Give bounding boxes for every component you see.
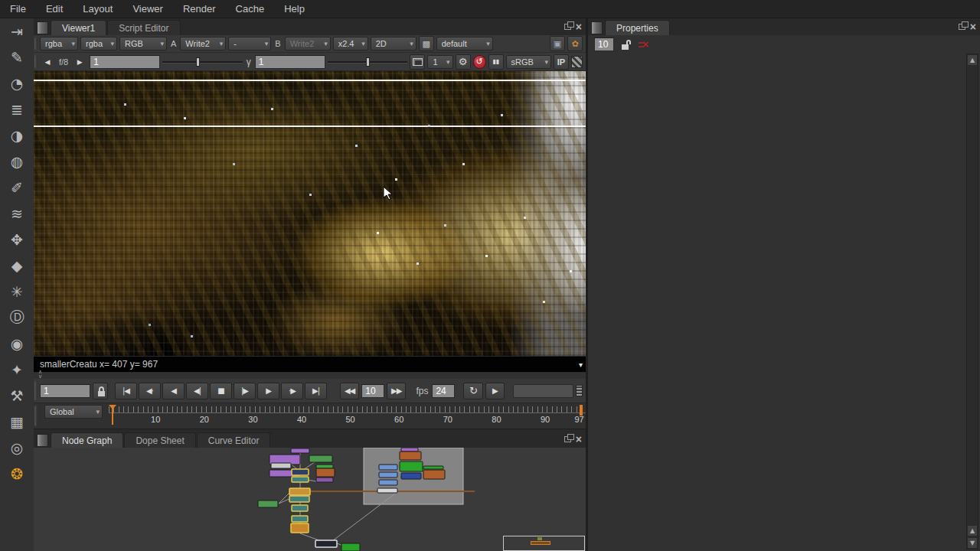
stop-button[interactable]: ■: [210, 383, 232, 399]
tab-viewer-viewer1[interactable]: Viewer1: [51, 20, 106, 35]
play-forward-button[interactable]: ▶: [257, 383, 279, 399]
toolbar-time-icon[interactable]: ◔: [0, 70, 34, 96]
node[interactable]: [423, 466, 443, 469]
range-end-handle[interactable]: [580, 405, 583, 416]
prev-keyframe-button[interactable]: ◀·: [139, 383, 161, 399]
gamma-input[interactable]: [255, 55, 325, 69]
menu-item-cache[interactable]: Cache: [226, 0, 275, 18]
gain-increase-arrow[interactable]: ▶: [72, 54, 87, 70]
node[interactable]: [377, 488, 397, 493]
toolbar-transform-icon[interactable]: ✥: [0, 227, 34, 253]
step-back-button[interactable]: ◀|: [186, 383, 208, 399]
tab-nodegraph-curve-editor[interactable]: Curve Editor: [197, 432, 271, 448]
layer-dropdown-b[interactable]: rgba▾: [80, 37, 117, 51]
row-grip[interactable]: [34, 37, 38, 50]
pane-divider[interactable]: [586, 18, 588, 551]
node[interactable]: [291, 448, 309, 453]
current-frame-input[interactable]: [40, 384, 90, 398]
node[interactable]: [291, 523, 309, 533]
node[interactable]: [258, 500, 278, 507]
frame-increment-input[interactable]: [361, 384, 384, 398]
menu-item-edit[interactable]: Edit: [36, 0, 73, 18]
checkerboard-icon[interactable]: [571, 56, 583, 68]
goto-end-button[interactable]: ▶|: [305, 383, 327, 399]
toolbar-image-icon[interactable]: ⇥: [0, 18, 34, 44]
node[interactable]: [292, 469, 309, 475]
downrez-dropdown[interactable]: 1▾: [427, 55, 452, 69]
toolbar-channel-icon[interactable]: ≣: [0, 96, 34, 122]
flipbook-button[interactable]: ▶: [485, 383, 505, 399]
roi-toggle-icon[interactable]: ✿: [567, 36, 583, 51]
max-panels-input[interactable]: [594, 37, 614, 51]
node[interactable]: [292, 516, 308, 522]
node[interactable]: [289, 496, 309, 502]
wipe-mode-dropdown[interactable]: -▾: [228, 37, 271, 51]
fps-input[interactable]: [432, 384, 455, 398]
step-forward-button[interactable]: |▶: [234, 383, 256, 399]
toolbar-deep-icon[interactable]: Ⓓ: [0, 305, 34, 331]
view-dimension-dropdown[interactable]: 2D▾: [371, 37, 416, 51]
scroll-down-button[interactable]: ▼: [967, 537, 978, 549]
row-grip[interactable]: [34, 406, 38, 426]
node[interactable]: [316, 468, 335, 477]
row-grip[interactable]: [34, 381, 38, 400]
toolbar-nuke-logo-icon[interactable]: ❂: [0, 461, 34, 487]
collapse-chevrons-icon[interactable]: ∧∨: [38, 370, 42, 379]
gamma-slider[interactable]: [328, 57, 408, 67]
node[interactable]: [379, 472, 397, 478]
stamp-icon[interactable]: ▩: [419, 36, 434, 51]
toolbar-other-icon[interactable]: ▦: [0, 409, 34, 435]
zoom-dropdown[interactable]: x2.4▾: [333, 37, 368, 51]
float-pane-icon[interactable]: [564, 24, 571, 30]
menu-item-viewer[interactable]: Viewer: [122, 0, 173, 18]
gain-slider-handle[interactable]: [196, 57, 200, 67]
settings-gear-icon[interactable]: ⚙: [456, 54, 471, 70]
node[interactable]: [292, 505, 308, 511]
toolbar-color-icon[interactable]: ◑: [0, 122, 34, 148]
node[interactable]: [271, 463, 291, 468]
pause-render-icon[interactable]: ▮▮: [488, 54, 504, 70]
pane-grip[interactable]: [37, 434, 48, 447]
toolbar-3d-icon[interactable]: ◆: [0, 253, 34, 279]
close-all-panels-icon[interactable]: ×: [639, 40, 648, 49]
menu-item-help[interactable]: Help: [274, 0, 315, 18]
gamma-slider-handle[interactable]: [366, 57, 370, 67]
node[interactable]: [379, 465, 397, 470]
node[interactable]: [315, 540, 337, 547]
unlock-panels-icon[interactable]: [620, 37, 632, 51]
skip-forward-button[interactable]: ▶▶: [387, 383, 406, 399]
toolbar-particles-icon[interactable]: ✳: [0, 279, 34, 305]
skip-back-button[interactable]: ◀◀: [340, 383, 359, 399]
input-process-button[interactable]: IP: [554, 54, 569, 70]
node[interactable]: [316, 465, 333, 468]
tab-nodegraph-dope-sheet[interactable]: Dope Sheet: [124, 432, 195, 448]
node[interactable]: [316, 478, 333, 482]
frame-range-scope-dropdown[interactable]: Global▾: [44, 405, 103, 419]
toolbar-draw-icon[interactable]: ✎: [0, 44, 34, 70]
toolbar-filter-icon[interactable]: ◍: [0, 148, 34, 174]
node[interactable]: [309, 455, 332, 462]
refresh-render-icon[interactable]: ↺: [473, 55, 486, 69]
node-graph-canvas[interactable]: [34, 448, 586, 551]
viewer-canvas[interactable]: [34, 71, 586, 356]
toolbar-merge-icon[interactable]: ≋: [0, 201, 34, 227]
properties-scrollbar[interactable]: ▲ ▲ ▼: [966, 54, 978, 549]
tab-nodegraph-node-graph[interactable]: Node Graph: [51, 432, 123, 448]
toolbar-views-icon[interactable]: ◉: [0, 331, 34, 357]
toolbar-ofx-icon[interactable]: ◎: [0, 435, 34, 461]
node[interactable]: [379, 480, 397, 485]
layer-dropdown-a[interactable]: rgba▾: [40, 37, 78, 51]
float-pane-icon[interactable]: [564, 436, 571, 442]
gain-input[interactable]: [90, 55, 160, 69]
node[interactable]: [401, 448, 418, 452]
node[interactable]: [400, 461, 423, 471]
close-pane-icon[interactable]: ×: [576, 22, 582, 31]
node-graph-minimap[interactable]: [503, 536, 585, 551]
lock-range-button[interactable]: [93, 383, 108, 399]
scroll-up-button[interactable]: ▲: [967, 54, 978, 66]
viewer-process-dropdown[interactable]: default▾: [436, 37, 493, 51]
channels-dropdown[interactable]: RGB▾: [119, 37, 167, 51]
colorspace-dropdown[interactable]: sRGB▾: [506, 55, 551, 69]
loop-mode-button[interactable]: ↻: [463, 383, 482, 399]
next-keyframe-button[interactable]: ·▶: [281, 383, 303, 399]
